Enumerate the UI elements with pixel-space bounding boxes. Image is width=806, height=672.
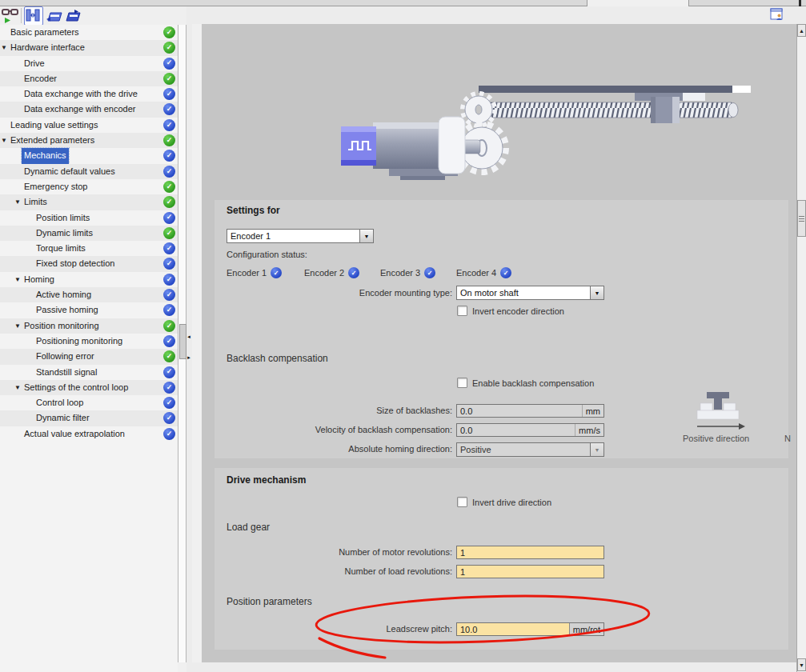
sidebar-item-label: Drive [24,56,45,71]
expand-arrow-icon[interactable]: ▼ [14,318,21,334]
status-blue-check-icon: ✓ [163,274,175,286]
encoder-selector[interactable]: Encoder 1 ▼ [227,229,374,243]
sidebar-item-label: Data exchange with encoder [24,102,135,117]
editor-scrollbar-thumb[interactable] [797,200,806,237]
absolute-homing-direction-select[interactable]: Positive ▼ [456,442,604,457]
editor-scrollbar[interactable]: ▲ ▼ [796,24,806,672]
invert-encoder-direction-checkbox[interactable] [457,306,467,316]
settings-for-section: Settings for Encoder 1 ▼ Configuration s… [215,200,788,458]
expand-arrow-icon[interactable]: ▼ [14,380,21,395]
split-editor-button[interactable] [24,6,43,26]
scroll-down-icon[interactable]: ▼ [797,658,806,671]
chevron-down-icon: ▼ [590,443,603,456]
encoder4-label: Encoder 4 [456,268,496,278]
status-blue-check-icon: ✓ [163,103,175,115]
drive-mechanism-section: Drive mechanism Invert drive direction L… [215,468,788,650]
encoder1-status: Encoder 1✓ [227,267,282,278]
sidebar-item-hardware-interface[interactable]: ▼Hardware interface✓ [0,40,178,55]
expand-arrow-icon[interactable]: ▼ [14,272,21,287]
sidebar-item-label: Position monitoring [24,318,99,334]
encoder3-label: Encoder 3 [380,268,420,278]
size-of-backlashes-value[interactable]: 0.0 [457,405,582,417]
tab-divider [799,0,801,6]
velocity-backlash-value[interactable]: 0.0 [457,424,575,436]
sidebar-item-following-error[interactable]: Following error✓ [0,349,178,364]
positive-direction-illustration [692,390,752,430]
sidebar-item-drive[interactable]: Drive✓ [0,56,178,71]
expand-arrow-icon[interactable]: ▼ [1,40,7,55]
sidebar-item-fixed-stop-detection[interactable]: Fixed stop detection✓ [0,256,178,271]
load-revolutions-value[interactable]: 1 [457,566,603,578]
status-blue-check-icon: ✓ [271,267,282,278]
sidebar-item-position-monitoring[interactable]: ▼Position monitoring✓ [0,318,178,334]
sidebar-item-leading-value-settings[interactable]: Leading value settings✓ [0,118,178,133]
sidebar-item-label: Hardware interface [10,40,85,55]
status-green-check-icon: ✓ [163,320,175,332]
velocity-backlash-unit: mm/s [575,424,603,436]
encoder-mounting-type-select[interactable]: On motor shaft ▼ [456,286,604,300]
sidebar-item-positioning-monitoring[interactable]: Positioning monitoring✓ [0,334,178,349]
velocity-backlash-field[interactable]: 0.0 mm/s [456,423,604,437]
leadscrew-pitch-field[interactable]: 10.0 mm/rot [456,622,604,636]
expand-arrow-icon[interactable]: ▼ [14,194,21,210]
status-blue-check-icon: ✓ [163,412,175,424]
sidebar-item-dynamic-limits[interactable]: Dynamic limits✓ [0,226,178,241]
sidebar-item-data-exchange-with-the-drive[interactable]: Data exchange with the drive✓ [0,86,178,102]
sidebar-item-torque-limits[interactable]: Torque limits✓ [0,241,178,256]
sidebar-item-dynamic-default-values[interactable]: Dynamic default values✓ [0,164,178,179]
sidebar-item-limits[interactable]: ▼Limits✓ [0,194,178,210]
toolbar-separator [21,8,22,23]
chevron-down-icon[interactable]: ▼ [359,230,373,242]
drive-mechanism-heading: Drive mechanism [227,474,306,486]
sidebar-item-position-limits[interactable]: Position limits✓ [0,210,178,226]
motor-revolutions-value[interactable]: 1 [457,546,603,558]
splitter-expand-icon[interactable]: ► [186,355,192,361]
sidebar-item-data-exchange-with-encoder[interactable]: Data exchange with encoder✓ [0,102,178,117]
status-green-check-icon: ✓ [163,73,175,85]
expand-arrow-icon[interactable]: ▼ [1,133,7,148]
sidebar-item-label: Mechanics [22,148,69,163]
tia-portal-axis-configuration: { "left_toolbar": { "icons": [ {"name": … [0,0,806,672]
sidebar-item-basic-parameters[interactable]: Basic parameters✓ [0,25,178,40]
open-all-icon[interactable] [46,8,63,24]
monitor-all-icon[interactable] [2,8,19,24]
panel-splitter[interactable]: ◄ ► [186,6,192,672]
sidebar-item-label: Encoder [24,71,57,86]
close-all-icon[interactable] [65,8,82,24]
sidebar-item-settings-of-the-control-loop[interactable]: ▼Settings of the control loop✓ [0,380,178,395]
encoder1-label: Encoder 1 [227,268,267,278]
sidebar-item-label: Dynamic default values [24,164,115,179]
sidebar-item-actual-value-extrapolation[interactable]: Actual value extrapolation✓ [0,426,178,442]
load-revolutions-field[interactable]: 1 [456,565,604,578]
scroll-up-icon[interactable]: ▲ [797,24,806,37]
motor-revolutions-field[interactable]: 1 [456,546,604,559]
sidebar-item-emergency-stop[interactable]: Emergency stop✓ [0,179,178,194]
sidebar-item-standstill-signal[interactable]: Standstill signal✓ [0,365,178,380]
invert-drive-direction-checkbox[interactable] [457,497,467,507]
open-editor-window-icon[interactable] [770,8,784,22]
sidebar-item-extended-parameters[interactable]: ▼Extended parameters✓ [0,133,178,148]
sidebar-item-label: Actual value extrapolation [24,426,125,442]
size-of-backlashes-field[interactable]: 0.0 mm [456,404,604,418]
sidebar-item-mechanics[interactable]: Mechanics✓ [0,148,178,163]
sidebar-item-active-homing[interactable]: Active homing✓ [0,287,178,302]
sidebar-item-label: Following error [36,349,94,364]
leadscrew-pitch-value[interactable]: 10.0 [457,623,569,635]
status-green-check-icon: ✓ [163,181,175,193]
sidebar-item-label: Basic parameters [10,25,79,40]
sidebar-item-homing[interactable]: ▼Homing✓ [0,272,178,287]
size-of-backlashes-label: Size of backlashes: [287,406,452,415]
sidebar-item-passive-homing[interactable]: Passive homing✓ [0,302,178,318]
sidebar-item-dynamic-filter[interactable]: Dynamic filter✓ [0,410,178,426]
sidebar-item-encoder[interactable]: Encoder✓ [0,71,178,86]
sidebar-item-label: Torque limits [36,241,86,256]
sidebar-item-control-loop[interactable]: Control loop✓ [0,395,178,410]
sidebar-item-label: Dynamic limits [36,226,93,241]
chevron-down-icon[interactable]: ▼ [590,286,603,299]
tree-scrollbar[interactable] [178,25,186,662]
splitter-collapse-icon[interactable]: ◄ [186,334,192,340]
encoder2-label: Encoder 2 [304,268,344,278]
status-blue-check-icon: ✓ [163,428,175,440]
enable-backlash-checkbox[interactable] [457,378,467,388]
tree-scrollbar-thumb[interactable] [179,324,186,359]
